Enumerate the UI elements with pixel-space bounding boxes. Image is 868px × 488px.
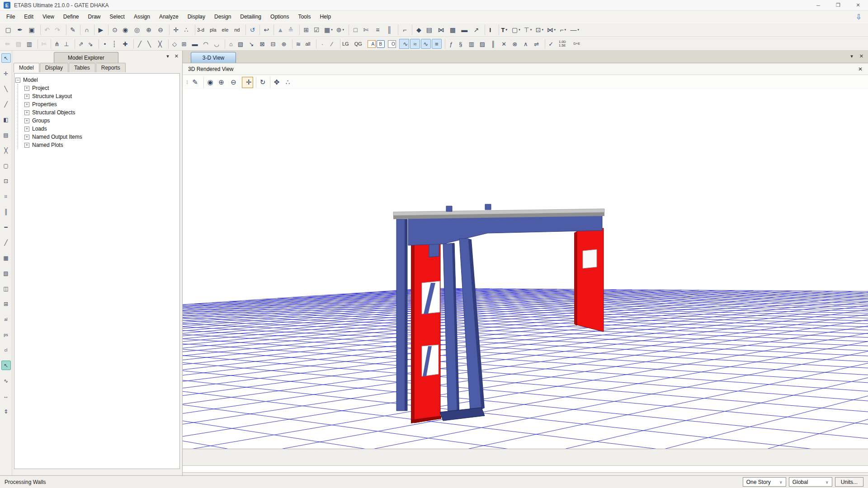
edit-icon[interactable]: ✏	[3, 39, 13, 49]
expand-icon[interactable]: ⊕	[279, 39, 289, 49]
draw-slab-icon[interactable]: ▬	[459, 24, 470, 35]
point-snap-icon[interactable]: ps	[1, 330, 11, 339]
swap-case-icon[interactable]: ⇌	[532, 39, 542, 49]
delete-icon[interactable]: ╳	[155, 39, 165, 49]
snap-to-points-icon[interactable]: ↖	[1, 361, 11, 370]
expander-plus-icon[interactable]: +	[24, 118, 29, 123]
draw-joint-icon[interactable]: ╲	[1, 84, 11, 94]
story-selector[interactable]: One Story ∨	[743, 477, 786, 487]
render-view-close-icon[interactable]: ✕	[858, 66, 863, 72]
coord-system-selector[interactable]: Global ∨	[789, 477, 832, 487]
menu-item[interactable]: Display	[183, 11, 210, 22]
draw-wall-x-icon[interactable]: ╳	[1, 145, 11, 155]
mirror-icon[interactable]: ⇘	[85, 39, 95, 49]
auto-label-icon[interactable]: al	[1, 314, 11, 324]
snap-to-intersections-icon[interactable]: ⇕	[1, 407, 11, 416]
zoom-in-icon[interactable]: ⊕	[143, 24, 154, 35]
truss-menu[interactable]: ⋈	[546, 24, 557, 35]
tree-item[interactable]: + Named Plots	[24, 141, 179, 149]
release-menu[interactable]: ⌐	[557, 24, 568, 35]
draw-deck-icon[interactable]: ▦	[1, 253, 11, 263]
text-annotation-menu[interactable]: ⊡	[534, 24, 545, 35]
zoom-out-icon[interactable]: ⊖	[228, 77, 239, 88]
menu-item[interactable]: Select	[105, 11, 129, 22]
function-plot-icon[interactable]: ƒ	[445, 39, 455, 49]
arc-bottom-icon[interactable]: ◡	[212, 39, 222, 49]
open-model-icon[interactable]: ✒	[14, 24, 25, 35]
quick-draw-icon[interactable]: ╱	[1, 238, 11, 247]
redo-icon[interactable]: ↷	[52, 24, 63, 35]
draw-area-icon[interactable]: ▢	[1, 161, 11, 170]
menu-item[interactable]: Edit	[19, 11, 38, 22]
walkthrough-icon[interactable]: ∴	[181, 24, 192, 35]
new-model-icon[interactable]: ▢	[3, 24, 14, 35]
collapse-icon[interactable]: ⊟	[268, 39, 278, 49]
set-display-options-icon[interactable]: ☑	[311, 24, 322, 35]
design-check-icon[interactable]: ✓	[545, 39, 555, 49]
tree-item[interactable]: + Groups	[24, 117, 179, 125]
wall-stiffness-icon[interactable]: ║	[488, 39, 498, 49]
reshape-object-icon[interactable]: ✛	[1, 69, 11, 78]
draw-slab-icon[interactable]: ━	[1, 222, 11, 232]
menu-item[interactable]: Draw	[84, 11, 105, 22]
find-icon[interactable]: ⋔	[51, 39, 61, 49]
menu-item[interactable]: Detailing	[236, 11, 266, 22]
lock-model-icon[interactable]: ∩	[80, 24, 91, 35]
expander-plus-icon[interactable]: +	[24, 94, 29, 99]
support-menu[interactable]: ⊤	[522, 24, 533, 35]
target-force-icon[interactable]: ⊗	[510, 39, 520, 49]
clear-selection-icon[interactable]: cl	[1, 345, 11, 355]
menu-item[interactable]: File	[2, 11, 19, 22]
show-all-button[interactable]: all	[303, 39, 313, 49]
rotate-3d-icon[interactable]: ↻	[256, 77, 267, 88]
tab-reports[interactable]: Reports	[96, 63, 126, 72]
tabbar-dropdown-icon[interactable]: ▾	[850, 53, 853, 59]
draw-poly-area-icon[interactable]: ⌗	[1, 192, 11, 201]
mesh-areas-icon[interactable]: ⊞	[179, 39, 189, 49]
edit-draw-icon[interactable]: ✎	[66, 24, 77, 35]
panel-zone-icon[interactable]: ▬	[190, 39, 200, 49]
tab-display[interactable]: Display	[40, 63, 68, 72]
model-explorer-tab[interactable]: Model Explorer	[54, 52, 118, 63]
hatch-area-icon[interactable]: ▧	[236, 39, 245, 49]
tab-tables[interactable]: Tables	[69, 63, 95, 72]
move-objects-icon[interactable]: ↘	[246, 39, 256, 49]
steel-section-icon[interactable]: I	[485, 24, 495, 35]
units-button[interactable]: Units...	[835, 477, 863, 487]
expander-plus-icon[interactable]: +	[24, 102, 29, 107]
select-pointer-icon[interactable]: ↖	[1, 53, 11, 63]
draw-grid-icon[interactable]: ⊞	[1, 299, 11, 309]
spring-icon[interactable]: §	[456, 39, 466, 49]
expander-plus-icon[interactable]: +	[24, 86, 29, 91]
horizontal-scroll-strip[interactable]	[183, 465, 868, 473]
previous-zoom-icon[interactable]: ◎	[132, 24, 142, 35]
draw-rect-icon[interactable]: □	[349, 24, 359, 35]
view-type-icon[interactable]: ⊚	[335, 24, 345, 35]
force-diagram-icon[interactable]: ≈	[410, 39, 420, 49]
tree-item[interactable]: + Properties	[24, 100, 179, 108]
home-story-icon[interactable]: ⌂	[225, 39, 235, 49]
area-assign-icon[interactable]: ◇	[168, 39, 178, 49]
draw-beams-icon[interactable]: ⌐	[398, 24, 409, 35]
tree-item[interactable]: + Named Output Items	[24, 133, 179, 141]
rubber-band-zoom-icon[interactable]: ◉	[203, 77, 215, 88]
rotate-3d-view-icon[interactable]: ↺	[245, 24, 256, 35]
draw-window-icon[interactable]: ▧	[1, 268, 11, 278]
run-analysis-icon[interactable]: ▶	[94, 24, 105, 35]
show-openings-button[interactable]: O	[388, 40, 396, 48]
menu-item[interactable]: Analyze	[155, 11, 183, 22]
line-style-menu[interactable]: —	[569, 24, 580, 35]
slab-properties-menu[interactable]: ▢	[510, 24, 521, 35]
menu-item[interactable]: Design	[210, 11, 236, 22]
draw-door-icon[interactable]: ◫	[1, 284, 11, 293]
show-labels-a-button[interactable]: A	[368, 40, 376, 48]
frame-loads-icon[interactable]: ∕	[327, 39, 337, 49]
draw-truss-icon[interactable]: ⋈	[435, 24, 446, 35]
de-combo-button[interactable]: D+E	[570, 39, 584, 49]
menu-item[interactable]: Tools	[293, 11, 315, 22]
elevation-view-button[interactable]: ele	[220, 24, 231, 35]
tree-item[interactable]: + Structural Objects	[24, 108, 179, 117]
shrink-objects-icon[interactable]: ⊞	[299, 24, 310, 35]
divide-frames-icon[interactable]: ┆	[109, 39, 119, 49]
tabbar-close-icon[interactable]: ✕	[859, 53, 863, 59]
